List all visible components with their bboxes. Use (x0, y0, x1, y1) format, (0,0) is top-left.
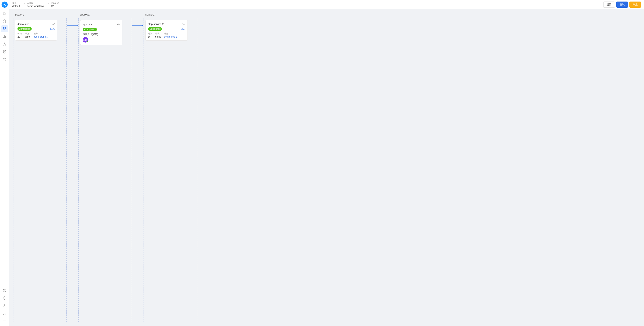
topbar: 项目 default ▾ / 工作流 demo-workflow ▾ / 运行记… (9, 0, 644, 9)
avatar-online-indicator (86, 41, 88, 42)
project-value-row[interactable]: default ▾ (12, 4, 22, 7)
approval-header: approval (78, 13, 132, 18)
app-logo[interactable] (2, 1, 8, 8)
demo-step-meta: 时间 20'' 环境 demo 服务 demo-step-s... (18, 32, 55, 38)
svg-rect-6 (3, 27, 4, 28)
step-service-2-badge-row: Completed 日志 (148, 27, 185, 31)
svg-rect-2 (5, 12, 6, 13)
back-button[interactable]: 返回 (603, 1, 615, 8)
step-service-2-meta: 时间 16'' 环境 demo 服务 demo-step-2 (148, 32, 185, 38)
stop-button[interactable]: 停止 (630, 1, 641, 8)
approval-card[interactable]: approval Completed 审核人员(或签) adm (80, 20, 122, 45)
sidebar-item-users[interactable] (1, 56, 8, 63)
separator-2: / (48, 3, 48, 6)
step-service-2-card[interactable]: step-service-2 Completed 日志 时间 (146, 20, 188, 41)
svg-rect-3 (3, 14, 4, 15)
sidebar-bottom (1, 287, 8, 325)
workflow-chevron-icon: ▾ (44, 5, 46, 7)
sidebar-download-icon[interactable] (1, 302, 8, 309)
svg-point-20 (4, 51, 5, 52)
demo-step-log-link[interactable]: 日志 (50, 27, 55, 31)
demo-step-time: 时间 20'' (18, 32, 22, 38)
sidebar-item-chart[interactable] (1, 33, 8, 40)
arrow-2-line (132, 24, 144, 27)
workflow-label: 工作流 (27, 1, 46, 4)
stage-2-column: Stage-2 step-service-2 Completed (144, 13, 197, 322)
stage-1-column: Stage-1 demo-step Completed (13, 13, 67, 322)
svg-marker-5 (3, 20, 6, 22)
main-area: 项目 default ▾ / 工作流 demo-workflow ▾ / 运行记… (9, 0, 644, 326)
arrow-1 (67, 13, 78, 322)
svg-point-27 (4, 312, 5, 313)
demo-step-header: demo-step (18, 22, 55, 26)
separator-1: / (24, 3, 24, 6)
svg-point-21 (4, 58, 4, 59)
workflow-value: demo-workflow (27, 4, 44, 7)
run-label: 运行记录 (51, 1, 59, 4)
retry-button[interactable]: 重试 (616, 1, 628, 8)
step-service-2-log-link[interactable]: 日志 (180, 27, 185, 31)
demo-step-name: demo-step (18, 23, 29, 25)
step-service-2-time: 时间 16'' (148, 32, 152, 38)
sidebar-item-star[interactable] (1, 18, 8, 24)
demo-step-env: 环境 demo (25, 32, 30, 38)
approval-body: approval Completed 审核人员(或签) adm (78, 18, 132, 322)
svg-point-16 (5, 45, 6, 45)
demo-step-service: 服务 demo-step-s... (34, 32, 48, 38)
approval-status: Completed (83, 28, 97, 31)
run-selector[interactable]: 运行记录 #2 ▾ (51, 1, 59, 7)
svg-point-15 (3, 45, 4, 45)
approval-badge-row: Completed (83, 28, 120, 31)
svg-point-34 (118, 23, 119, 24)
sidebar (0, 0, 9, 326)
workflow-value-row[interactable]: demo-workflow ▾ (27, 4, 46, 7)
project-chevron-icon: ▾ (20, 5, 22, 7)
workflow-canvas: Stage-1 demo-step Completed (9, 9, 644, 326)
run-chevron-icon: ▾ (54, 5, 56, 7)
approval-column: approval approval Com (78, 13, 132, 322)
approval-step-name: approval (83, 23, 92, 26)
sidebar-global-icon[interactable] (1, 295, 8, 302)
approval-card-header: approval (83, 22, 120, 26)
svg-line-18 (4, 44, 4, 45)
svg-rect-8 (3, 29, 4, 30)
stage-1-header: Stage-1 (13, 13, 67, 18)
project-value: default (12, 4, 20, 7)
step-service-2-status: Completed (148, 27, 162, 31)
svg-line-19 (4, 44, 6, 45)
run-value-row[interactable]: #2 ▾ (51, 4, 59, 7)
sidebar-item-flow[interactable] (1, 41, 8, 47)
stage-2-body: step-service-2 Completed 日志 时间 (144, 18, 197, 322)
step-service-2-env: 环境 demo (155, 32, 161, 38)
demo-step-badge-row: Completed 日志 (18, 27, 55, 31)
project-label: 项目 (12, 1, 22, 4)
step-service-2-service: 服务 demo-step-2 (164, 32, 177, 38)
project-selector[interactable]: 项目 default ▾ (12, 1, 22, 7)
demo-step-settings-icon[interactable] (52, 22, 55, 26)
sidebar-item-settings[interactable] (1, 48, 8, 55)
workflow-selector[interactable]: 工作流 demo-workflow ▾ (27, 1, 46, 7)
demo-step-status: Completed (18, 27, 32, 31)
svg-rect-31 (52, 23, 54, 24)
step-service-2-header: step-service-2 (148, 22, 185, 26)
sidebar-item-apps[interactable] (1, 10, 8, 17)
svg-rect-35 (183, 23, 185, 24)
demo-step-card[interactable]: demo-step Completed 日志 时间 (15, 20, 57, 41)
topbar-actions: 返回 重试 停止 (603, 1, 641, 8)
step-service-2-name: step-service-2 (148, 23, 164, 25)
step-service-2-settings-icon[interactable] (182, 22, 185, 26)
arrow-1-line (67, 24, 78, 27)
svg-point-14 (4, 43, 5, 43)
approver-avatar: adm (83, 37, 88, 42)
sidebar-menu-icon[interactable] (1, 318, 8, 325)
run-value: #2 (51, 4, 54, 7)
sidebar-user-icon[interactable] (1, 310, 8, 317)
stage-1-body: demo-step Completed 日志 时间 (13, 18, 67, 322)
arrow-2 (132, 13, 144, 322)
sidebar-help-icon[interactable] (1, 287, 8, 294)
approver-label: 审核人员(或签) (83, 33, 120, 36)
stage-2-header: Stage-2 (144, 13, 197, 18)
svg-rect-9 (5, 29, 6, 30)
svg-rect-7 (5, 27, 6, 28)
sidebar-item-grid[interactable] (1, 25, 8, 32)
